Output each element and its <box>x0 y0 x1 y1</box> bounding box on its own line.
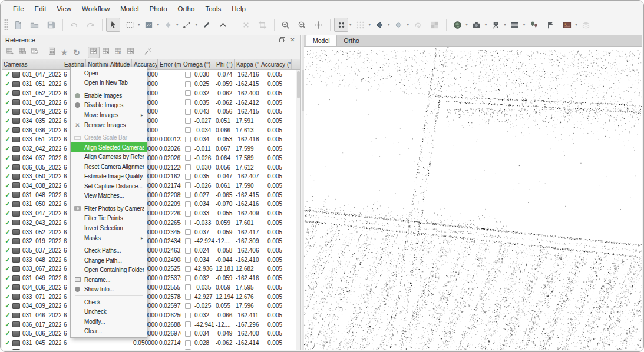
orientation-checkbox[interactable] <box>185 127 191 133</box>
table-row[interactable]: ✓033_051_2022...60.0500000.0001230.034-0… <box>2 135 296 144</box>
camera-checkmark-icon[interactable]: ✓ <box>3 321 12 328</box>
orientation-checkbox[interactable] <box>185 229 191 235</box>
menu-item-uncheck[interactable]: Uncheck <box>71 307 147 317</box>
orientation-checkbox[interactable] <box>185 137 191 142</box>
close-panel-icon[interactable]: ✕ <box>288 36 297 44</box>
mesh-shaded-view-button-caret[interactable]: ▾ <box>388 22 390 27</box>
table-row[interactable]: ✓033_052_2022...60.0500000.0234540.037-0… <box>2 227 296 237</box>
camera-checkmark-icon[interactable]: ✓ <box>3 71 12 78</box>
menu-item-remove-images[interactable]: ✕Remove Images <box>71 120 147 130</box>
camera-checkmark-icon[interactable]: ✓ <box>3 191 12 199</box>
view-variance-button[interactable] <box>125 47 137 58</box>
show-images-button-caret[interactable]: ▾ <box>575 22 577 27</box>
table-row[interactable]: ✓033_049_2022...60.0500000.043-0.056-162… <box>2 107 296 117</box>
orientation-checkbox[interactable] <box>185 349 191 350</box>
orientation-checkbox[interactable] <box>185 275 191 281</box>
camera-checkmark-icon[interactable]: ✓ <box>3 154 12 162</box>
update-transform-button[interactable]: ★ <box>58 47 70 58</box>
table-row[interactable]: ✓031_053_2022...60.0500000.035-0.062-162… <box>2 98 296 107</box>
table-row[interactable]: ✓031_047_2022...60.0500000.030-0.074-162… <box>2 70 296 79</box>
orientation-checkbox[interactable] <box>185 174 191 180</box>
menu-item-filter-photos-by-cameras[interactable]: Filter Photos by Cameras <box>71 204 147 214</box>
model-viewport-canvas[interactable] <box>304 47 642 350</box>
menu-item-estimate-image-quality[interactable]: Estimate Image Quality... <box>71 171 147 181</box>
open-project-button[interactable] <box>27 18 41 32</box>
view-estimated-button[interactable] <box>100 47 112 58</box>
orientation-checkbox[interactable] <box>185 118 191 124</box>
show-cameras-button[interactable] <box>470 18 484 32</box>
menu-item-reset-camera-alignment[interactable]: Reset Camera Alignment <box>71 162 147 172</box>
table-scrollbar-thumb[interactable] <box>297 71 300 98</box>
camera-checkmark-icon[interactable]: ✓ <box>3 302 12 310</box>
globe-button[interactable] <box>450 18 464 32</box>
camera-checkmark-icon[interactable]: ✓ <box>3 145 12 152</box>
table-row[interactable]: ✓031_045_2022...60.0500000.0271490.028-0… <box>2 338 296 348</box>
orientation-checkbox[interactable] <box>185 72 191 78</box>
orientation-checkbox[interactable] <box>185 146 191 152</box>
transform-region-button[interactable] <box>142 18 156 32</box>
table-row[interactable]: ✓034_036_2022...60.0500000.025557-0.0350… <box>2 283 296 293</box>
camera-checkmark-icon[interactable]: ✓ <box>3 284 12 291</box>
camera-checkmark-icon[interactable]: ✓ <box>3 293 12 301</box>
show-labels-button[interactable] <box>543 18 557 32</box>
orientation-checkbox[interactable] <box>185 220 191 225</box>
menu-item-rename[interactable]: Rename... <box>71 275 147 285</box>
camera-checkmark-icon[interactable]: ✓ <box>3 117 12 125</box>
menu-item-masks[interactable]: Masks▸ <box>71 233 147 243</box>
orientation-checkbox[interactable] <box>185 81 191 87</box>
menu-item-invert-selection[interactable]: Invert Selection <box>71 223 147 233</box>
optimize-cameras-button[interactable] <box>46 47 58 58</box>
menu-item-check[interactable]: Check <box>71 297 147 307</box>
table-scrollbar[interactable] <box>296 70 300 350</box>
menu-item-change-path[interactable]: Change Path... <box>71 255 147 265</box>
table-row[interactable]: ✓031_052_2022...60.0500000.032-0.062-162… <box>2 88 296 98</box>
orientation-checkbox[interactable] <box>185 248 191 254</box>
table-row[interactable]: ✓034_037_2022...60.0500000.020267-0.0260… <box>2 153 296 162</box>
orientation-checkbox[interactable] <box>185 155 191 161</box>
show-markers-button[interactable] <box>527 18 541 32</box>
camera-checkmark-icon[interactable]: ✓ <box>3 256 12 264</box>
model-viewport[interactable] <box>304 47 642 350</box>
dense-cloud-view-button-caret[interactable]: ▾ <box>369 22 371 27</box>
table-row[interactable]: ✓031_050_2022...60.0500000.0220910.034-0… <box>2 200 296 209</box>
menu-item-disable-images[interactable]: Disable Images <box>71 101 147 111</box>
view-source-button[interactable] <box>88 47 100 58</box>
table-row[interactable]: ✓035_036_2022...60.0500000.0269760.034-0… <box>2 329 296 338</box>
table-row[interactable]: ✓034_039_2022...60.0500000.025977-0.0250… <box>2 301 296 311</box>
camera-checkmark-icon[interactable]: ✓ <box>3 219 12 227</box>
camera-checkmark-icon[interactable]: ✓ <box>3 80 12 88</box>
camera-checkmark-icon[interactable]: ✓ <box>3 247 12 254</box>
camera-checkmark-icon[interactable]: ✓ <box>3 265 12 273</box>
orientation-checkbox[interactable] <box>185 257 191 263</box>
zoom-out-button[interactable] <box>295 18 309 32</box>
mesh-solid-view-button[interactable] <box>392 18 406 32</box>
camera-checkmark-icon[interactable]: ✓ <box>3 200 12 208</box>
menu-item-show-info[interactable]: Show Info... <box>71 284 147 294</box>
menubar-item-help[interactable]: Help <box>226 4 251 14</box>
column-header-9[interactable]: Accuracy (°) <box>259 59 292 69</box>
camera-checkmark-icon[interactable]: ✓ <box>3 182 12 190</box>
table-row[interactable]: ✓031_051_2022...60.0500000.025-0.059-162… <box>2 79 296 89</box>
orientation-checkbox[interactable] <box>185 164 191 170</box>
orientation-checkbox[interactable] <box>185 303 191 309</box>
orientation-checkbox[interactable] <box>185 192 191 198</box>
orientation-checkbox[interactable] <box>185 340 191 346</box>
orientation-checkbox[interactable] <box>185 201 191 207</box>
convert-reference-button[interactable] <box>29 47 41 58</box>
float-panel-icon[interactable] <box>278 36 286 44</box>
table-row[interactable]: ✓036_017_2022...60.0500000.026884-42.941… <box>2 320 296 329</box>
orientation-checkbox[interactable] <box>185 266 191 272</box>
camera-checkmark-icon[interactable]: ✓ <box>3 164 12 171</box>
orientation-checkbox[interactable] <box>185 90 191 96</box>
table-row[interactable]: ✓031_048_2022...60.0500000.0220890.027-0… <box>2 190 296 200</box>
center-view-button[interactable] <box>311 18 325 32</box>
show-cameras-button-caret[interactable]: ▾ <box>485 22 487 27</box>
table-row[interactable]: ✓032_019_2022...60.0500000.024345-42.924… <box>2 237 296 246</box>
table-row[interactable]: ✓031_046_2022...60.0500000.0262560.032-0… <box>2 311 296 320</box>
menubar-item-ortho[interactable]: Ortho <box>173 4 200 14</box>
table-row[interactable]: ✓033_047_2022...60.0500000.0222630.033-0… <box>2 209 296 218</box>
rectangle-selection-button[interactable] <box>123 18 137 32</box>
camera-checkmark-icon[interactable]: ✓ <box>3 237 12 245</box>
measure-tool-button-caret[interactable]: ▾ <box>196 22 198 27</box>
camera-checkmark-icon[interactable]: ✓ <box>3 172 12 180</box>
